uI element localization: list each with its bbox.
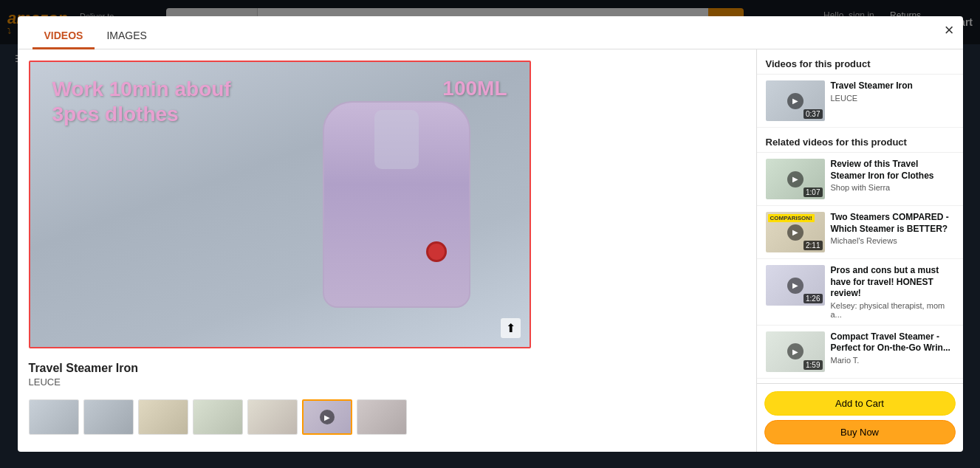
- main-video-player[interactable]: Work 10min abouf3pcs dlothes 100ML ⬆: [29, 61, 531, 72]
- video-thumbnail: [30, 62, 530, 72]
- modal-tabs: VIDEOS IMAGES: [18, 16, 963, 49]
- close-button[interactable]: ×: [945, 22, 954, 38]
- video-sidebar: Videos for this product ▶ 0:37 Travel St…: [756, 49, 963, 72]
- video-area: Work 10min abouf3pcs dlothes 100ML ⬆ Tra…: [18, 49, 756, 72]
- sidebar-scroll-area[interactable]: Videos for this product ▶ 0:37 Travel St…: [757, 49, 963, 72]
- tab-images[interactable]: IMAGES: [95, 24, 158, 49]
- media-modal: × VIDEOS IMAGES: [18, 16, 963, 72]
- sidebar-section-1-title: Videos for this product: [757, 49, 963, 72]
- modal-overlay: × VIDEOS IMAGES: [0, 0, 980, 72]
- modal-body: Work 10min abouf3pcs dlothes 100ML ⬆ Tra…: [18, 49, 963, 72]
- tab-videos[interactable]: VIDEOS: [32, 24, 95, 49]
